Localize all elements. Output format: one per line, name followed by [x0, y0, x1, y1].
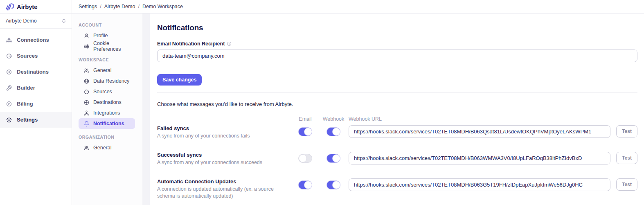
sidebar-item-sources[interactable]: Sources	[0, 48, 72, 64]
test-webhook-button[interactable]: Test	[616, 178, 637, 191]
destination-icon	[83, 99, 90, 106]
app-root: Airbyte Airbyte Demo Connections	[0, 0, 644, 205]
breadcrumb-workspace[interactable]: Demo Workspace	[142, 4, 183, 9]
row-description: A connection is updated automatically (e…	[157, 186, 287, 200]
notifications-intro: Choose what messages you'd like to recei…	[157, 101, 637, 107]
row-description: A sync from any of your connections fail…	[157, 133, 287, 140]
sidebar-item-label: Connections	[17, 37, 49, 43]
test-webhook-button[interactable]: Test	[616, 152, 637, 164]
settings-nav-label: Data Residency	[93, 78, 129, 84]
breadcrumb: Settings / Airbyte Demo / Demo Workspace	[79, 4, 183, 9]
sidebar-item-builder[interactable]: Builder	[0, 80, 72, 96]
settings-nav-label: Destinations	[93, 99, 122, 105]
settings-nav-profile[interactable]: Profile	[79, 30, 135, 41]
globe-icon	[83, 78, 90, 84]
sidebar-item-label: Destinations	[17, 69, 49, 75]
breadcrumb-settings[interactable]: Settings	[79, 4, 97, 9]
brand-logo[interactable]: Airbyte	[0, 0, 72, 14]
webhook-url-input[interactable]	[349, 152, 610, 164]
notification-row-automatic-connection-updates: Automatic Connection Updates A connectio…	[157, 178, 637, 200]
bell-icon	[83, 121, 90, 127]
right-area: Settings / Airbyte Demo / Demo Workspace…	[72, 0, 644, 205]
coin-icon	[6, 101, 12, 107]
webhook-url-input[interactable]	[349, 125, 610, 138]
settings-nav-data-residency[interactable]: Data Residency	[79, 76, 135, 86]
settings-nav-general-workspace[interactable]: General	[79, 65, 135, 76]
toggle-knob	[304, 181, 312, 189]
page-title: Notifications	[157, 23, 637, 32]
share-nodes-icon	[83, 110, 90, 116]
breadcrumb-separator: /	[138, 4, 139, 9]
email-toggle[interactable]	[298, 127, 312, 136]
email-recipient-label: Email Notification Recipient	[157, 41, 225, 47]
users-icon	[83, 68, 90, 74]
gear-icon	[6, 117, 12, 123]
sidebar-item-label: Settings	[17, 117, 38, 123]
email-column-header: Email	[299, 116, 311, 122]
settings-nav-notifications[interactable]: Notifications	[79, 118, 135, 129]
person-icon	[83, 33, 90, 39]
info-icon[interactable]	[227, 41, 232, 46]
toggle-knob	[332, 181, 340, 189]
destination-icon	[6, 69, 12, 75]
webhook-toggle[interactable]	[327, 180, 340, 189]
sidebar-item-label: Sources	[17, 53, 38, 59]
settings-nav-label: General	[93, 68, 111, 73]
sidebar-item-connections[interactable]: Connections	[0, 32, 72, 48]
sidebar-item-label: Billing	[17, 101, 33, 107]
settings-nav-destinations[interactable]: Destinations	[79, 97, 135, 108]
settings-nav-cookie-preferences[interactable]: Cookie Preferences	[79, 41, 135, 52]
settings-section-workspace: WORKSPACE	[79, 57, 142, 62]
toggle-knob	[304, 128, 312, 136]
breadcrumb-org[interactable]: Airbyte Demo	[104, 4, 135, 9]
sidebar-item-billing[interactable]: Billing	[0, 96, 72, 112]
wrench-icon	[6, 85, 12, 91]
sidebar-item-destinations[interactable]: Destinations	[0, 64, 72, 80]
row-title: Failed syncs	[157, 125, 287, 131]
email-toggle[interactable]	[298, 180, 312, 189]
settings-nav-label: Integrations	[93, 110, 120, 116]
settings-nav-label: General	[93, 145, 111, 151]
settings-nav-integrations[interactable]: Integrations	[79, 108, 135, 118]
sidebar-item-settings[interactable]: Settings	[0, 112, 72, 128]
source-icon	[6, 53, 12, 59]
topbar: Settings / Airbyte Demo / Demo Workspace	[72, 0, 644, 14]
main-nav: Connections Sources Destinations	[0, 29, 72, 128]
webhook-column-header: Webhook	[323, 116, 345, 122]
row-title: Automatic Connection Updates	[157, 178, 287, 185]
test-webhook-button[interactable]: Test	[616, 125, 637, 137]
webhook-toggle[interactable]	[327, 154, 340, 163]
save-changes-button[interactable]: Save changes	[157, 74, 202, 86]
toggle-knob	[332, 128, 340, 136]
content-row: ACCOUNT Profile	[72, 14, 644, 205]
settings-nav-label: Notifications	[93, 121, 124, 126]
settings-section-organization: ORGANIZATION	[79, 135, 142, 140]
webhook-url-input[interactable]	[349, 178, 610, 191]
settings-nav-label: Profile	[93, 33, 108, 38]
toggle-knob	[332, 154, 340, 162]
workspace-selector[interactable]: Airbyte Demo	[0, 14, 72, 29]
settings-nav-general-organization[interactable]: General	[79, 142, 135, 153]
source-icon	[83, 89, 90, 95]
webhook-toggle[interactable]	[327, 127, 340, 136]
settings-nav-sources[interactable]: Sources	[79, 86, 135, 97]
notifications-page: Notifications Email Notification Recipie…	[150, 14, 644, 205]
email-recipient-input[interactable]	[157, 50, 637, 62]
settings-section-account: ACCOUNT	[79, 23, 142, 27]
connections-icon	[6, 37, 12, 43]
workspace-name: Airbyte Demo	[6, 18, 37, 24]
users-icon	[83, 145, 90, 151]
chevron-up-down-icon	[61, 18, 66, 24]
row-title: Successful syncs	[157, 152, 287, 158]
notification-row-successful-syncs: Successful syncs A sync from any of your…	[157, 152, 637, 166]
sliders-icon	[83, 43, 90, 50]
row-description: A sync from any of your connections succ…	[157, 159, 287, 166]
breadcrumb-separator: /	[100, 4, 101, 9]
email-toggle[interactable]	[298, 154, 312, 163]
toggle-knob	[299, 154, 307, 162]
settings-nav-label: Cookie Preferences	[93, 41, 135, 52]
section-divider	[157, 92, 637, 93]
notification-row-failed-syncs: Failed syncs A sync from any of your con…	[157, 125, 637, 140]
settings-nav: ACCOUNT Profile	[72, 14, 142, 205]
settings-nav-label: Sources	[93, 89, 112, 95]
